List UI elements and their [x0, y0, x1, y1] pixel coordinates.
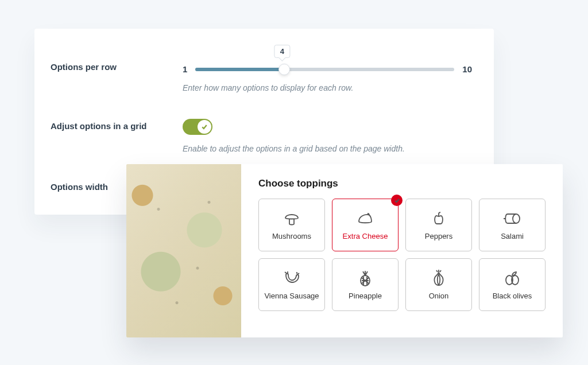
slider-max-label: 10	[462, 64, 472, 74]
svg-line-7	[436, 270, 438, 272]
options-preview-card: Choose toppings Mushrooms Extra Cheese	[126, 164, 563, 337]
slider-track[interactable]	[195, 68, 454, 71]
topping-label: Onion	[429, 292, 449, 300]
slider-fill	[195, 68, 284, 71]
adjust-grid-help: Enable to adjust the options in a grid b…	[183, 144, 472, 153]
topping-black-olives[interactable]: Black olives	[479, 258, 546, 311]
topping-label: Vienna Sausage	[264, 292, 319, 300]
options-per-row-slider[interactable]: 4 1 10	[183, 45, 472, 74]
slider-min-label: 1	[183, 64, 187, 74]
topping-mushrooms[interactable]: Mushrooms	[258, 199, 325, 251]
pizza-product-image	[126, 164, 241, 337]
topping-onion[interactable]: Onion	[405, 258, 472, 311]
onion-icon	[429, 270, 448, 287]
svg-line-2	[285, 272, 287, 273]
pepper-icon	[429, 210, 448, 227]
topping-label: Mushrooms	[272, 232, 311, 240]
svg-line-9	[440, 270, 441, 272]
olives-icon	[502, 270, 522, 287]
svg-point-0	[513, 214, 520, 223]
topping-salami[interactable]: Salami	[479, 199, 546, 251]
adjust-grid-label: Adjust options in a grid	[51, 119, 183, 131]
topping-extra-cheese[interactable]: Extra Cheese	[332, 199, 399, 251]
options-per-row-label: Options per row	[51, 45, 183, 72]
topping-peppers[interactable]: Peppers	[405, 199, 472, 251]
toppings-grid: Mushrooms Extra Cheese Peppers	[258, 199, 546, 311]
slider-value-tooltip: 4	[274, 45, 290, 58]
selected-badge	[391, 195, 403, 206]
salami-icon	[502, 210, 522, 227]
check-icon	[201, 123, 208, 130]
setting-adjust-grid: Adjust options in a grid Enable to adjus…	[51, 119, 472, 153]
check-icon	[394, 197, 400, 204]
svg-line-4	[297, 273, 299, 274]
topping-label: Extra Cheese	[343, 232, 388, 240]
topping-label: Salami	[501, 232, 524, 240]
sausage-icon	[282, 270, 301, 287]
toggle-knob	[198, 120, 211, 134]
setting-options-per-row: Options per row 4 1 10 Enter how many op…	[51, 45, 472, 92]
topping-vienna-sausage[interactable]: Vienna Sausage	[258, 258, 325, 311]
topping-label: Pineapple	[349, 292, 382, 300]
mushroom-icon	[282, 210, 301, 227]
adjust-grid-toggle[interactable]	[183, 119, 212, 135]
cheese-icon	[355, 210, 375, 227]
topping-label: Peppers	[425, 232, 452, 240]
slider-thumb[interactable]	[278, 64, 290, 75]
topping-label: Black olives	[493, 292, 532, 300]
topping-pineapple[interactable]: Pineapple	[332, 258, 399, 311]
pineapple-icon	[355, 270, 375, 287]
toppings-title: Choose toppings	[258, 178, 546, 189]
options-per-row-help: Enter how many options to display for ea…	[183, 83, 472, 92]
